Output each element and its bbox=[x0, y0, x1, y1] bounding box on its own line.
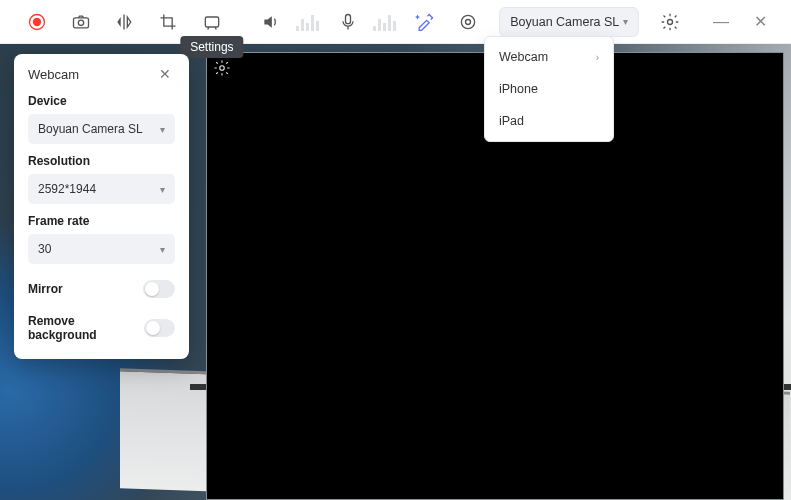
svg-point-6 bbox=[462, 15, 475, 28]
camera-source-value: Boyuan Camera SL bbox=[510, 15, 619, 29]
device-label: Device bbox=[28, 94, 175, 108]
device-select[interactable]: Boyuan Camera SL ▾ bbox=[28, 114, 175, 144]
camera-source-menu: Webcam › iPhone iPad bbox=[484, 36, 614, 142]
webcam-panel: Webcam ✕ Device Boyuan Camera SL ▾ Resol… bbox=[14, 54, 189, 359]
screenshot-button[interactable] bbox=[62, 2, 100, 42]
framerate-label: Frame rate bbox=[28, 214, 175, 228]
chevron-down-icon: ▾ bbox=[623, 16, 628, 27]
svg-rect-4 bbox=[205, 17, 218, 27]
chevron-down-icon: ▾ bbox=[160, 184, 165, 195]
menu-item-label: Webcam bbox=[499, 50, 548, 64]
app-settings-button[interactable] bbox=[651, 2, 689, 42]
record-button[interactable] bbox=[18, 2, 56, 42]
framerate-value: 30 bbox=[38, 242, 51, 256]
svg-point-7 bbox=[466, 19, 471, 24]
speaker-button[interactable] bbox=[252, 2, 290, 42]
remove-bg-label: Remove background bbox=[28, 314, 144, 342]
remove-bg-toggle[interactable] bbox=[144, 319, 175, 337]
mirror-label: Mirror bbox=[28, 282, 63, 296]
resolution-value: 2592*1944 bbox=[38, 182, 96, 196]
mic-level-icon bbox=[373, 13, 396, 31]
chevron-down-icon: ▾ bbox=[160, 124, 165, 135]
settings-button[interactable]: Settings bbox=[193, 2, 231, 42]
window-close-button[interactable]: ✕ bbox=[743, 7, 779, 37]
resolution-label: Resolution bbox=[28, 154, 175, 168]
camera-source-select[interactable]: Boyuan Camera SL ▾ bbox=[499, 7, 639, 37]
microphone-button[interactable] bbox=[329, 2, 367, 42]
svg-rect-5 bbox=[345, 14, 350, 23]
flip-button[interactable] bbox=[106, 2, 144, 42]
device-value: Boyuan Camera SL bbox=[38, 122, 143, 136]
svg-point-8 bbox=[668, 19, 673, 24]
svg-point-1 bbox=[33, 17, 41, 25]
menu-item-label: iPhone bbox=[499, 82, 538, 96]
panel-close-button[interactable]: ✕ bbox=[155, 64, 175, 84]
framerate-select[interactable]: 30 ▾ bbox=[28, 234, 175, 264]
camera-menu-item-iphone[interactable]: iPhone bbox=[485, 73, 613, 105]
speaker-level-icon bbox=[296, 13, 319, 31]
window-minimize-button[interactable]: ― bbox=[703, 7, 739, 37]
preview-settings-button[interactable] bbox=[213, 59, 231, 81]
menu-item-label: iPad bbox=[499, 114, 524, 128]
svg-point-9 bbox=[220, 66, 225, 71]
resolution-select[interactable]: 2592*1944 ▾ bbox=[28, 174, 175, 204]
panel-title: Webcam bbox=[28, 67, 79, 82]
settings-tooltip: Settings bbox=[180, 36, 243, 58]
webcam-toggle-button[interactable] bbox=[449, 2, 487, 42]
svg-point-3 bbox=[78, 20, 83, 25]
svg-rect-2 bbox=[73, 17, 88, 27]
beautify-button[interactable] bbox=[406, 2, 444, 42]
top-toolbar: Settings Boyuan Camera SL ▾ ― ✕ bbox=[0, 0, 791, 44]
camera-menu-item-ipad[interactable]: iPad bbox=[485, 105, 613, 137]
chevron-down-icon: ▾ bbox=[160, 244, 165, 255]
mirror-toggle[interactable] bbox=[143, 280, 175, 298]
camera-menu-item-webcam[interactable]: Webcam › bbox=[485, 41, 613, 73]
chevron-right-icon: › bbox=[596, 52, 599, 63]
